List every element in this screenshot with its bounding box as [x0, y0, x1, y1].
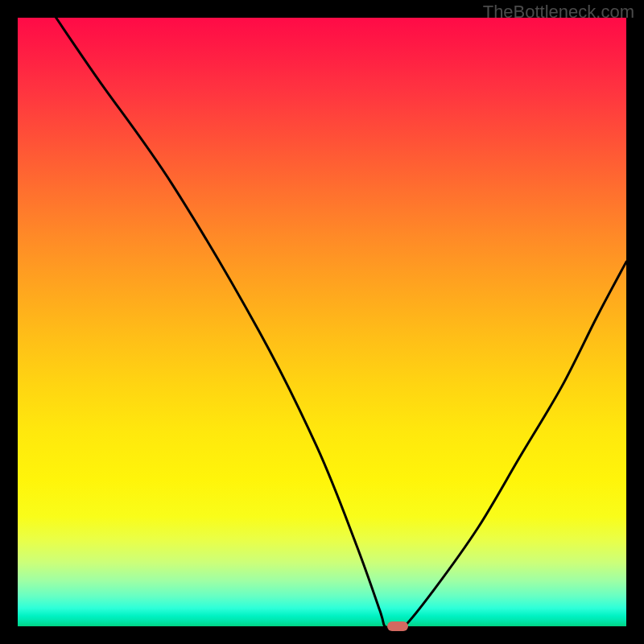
optimal-point-marker	[387, 621, 408, 632]
bottleneck-curve	[18, 18, 626, 626]
attribution-label: TheBottleneck.com	[483, 2, 634, 23]
plot-area	[18, 18, 626, 626]
chart-container: TheBottleneck.com	[0, 0, 644, 644]
